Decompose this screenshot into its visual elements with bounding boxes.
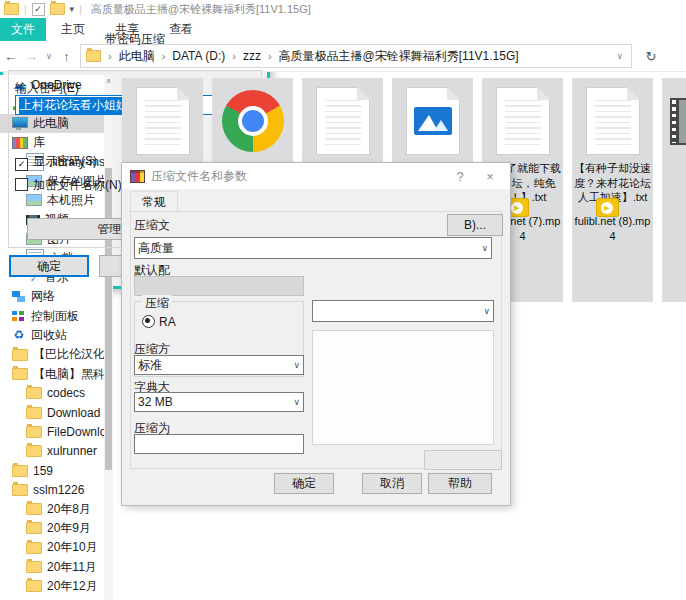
browse-button[interactable]: B)... (447, 214, 503, 236)
sidebar-item[interactable]: ♻ 回收站 (0, 326, 104, 345)
chrome-html-icon (222, 90, 284, 152)
folder-icon (12, 484, 28, 496)
sidebar-item[interactable]: 20年12月 (0, 577, 104, 596)
qat-checkbox-icon[interactable]: ✓ (32, 3, 45, 16)
sidebar-item[interactable]: 【电脑】黑科 (0, 364, 104, 383)
update-mode-combobox[interactable]: ∨ (312, 300, 494, 322)
text-file-icon (136, 87, 190, 155)
folder-icon[interactable] (50, 3, 65, 15)
sidebar-item[interactable]: 20年8月 (0, 500, 104, 519)
ctrl-icon (12, 311, 26, 322)
folder-icon (12, 368, 28, 380)
combo-arrow-icon[interactable]: ∨ (290, 397, 300, 407)
folder-icon (4, 3, 19, 15)
breadcrumb-item[interactable]: › 高质量极品主播@宋铨裸舞福利秀[11V1.15G] (261, 48, 519, 65)
sidebar-item[interactable]: 159 (0, 461, 104, 480)
sidebar-item[interactable]: 网络 (0, 287, 104, 306)
format-legend: 压缩 (142, 295, 172, 312)
folder-icon (12, 465, 28, 477)
sidebar-item[interactable]: FileDownlo (0, 422, 104, 441)
rar-radio[interactable]: RA (142, 315, 176, 329)
window-title: 高质量极品主播@宋铨裸舞福利秀[11V1.15G] (91, 2, 311, 17)
ok-button[interactable]: 确定 (274, 473, 334, 494)
recycle-icon: ♻ (12, 329, 26, 342)
file-grid-row2: ▶ fulibl.net (7).mp4 ▶ fulibl.net (8).mp… (482, 205, 686, 302)
titlebar: | ✓ ▾ | 高质量极品主播@宋铨裸舞福利秀[11V1.15G] (0, 0, 686, 18)
sidebar-item[interactable]: Download (0, 403, 104, 422)
dictionary-combobox[interactable]: 32 MB ∨ (134, 392, 304, 412)
sidebar-item[interactable]: sslm1226 (0, 480, 104, 499)
folder-icon (26, 426, 42, 438)
file-name: fulibl.net (8).mp4 (574, 214, 651, 243)
folder-icon (26, 522, 42, 534)
file-tile-partial[interactable] (662, 205, 686, 302)
net-icon (12, 291, 26, 302)
winrar-icon (130, 170, 145, 183)
password-header: 带密码压缩 (3, 31, 267, 48)
folder-icon (26, 445, 42, 457)
password-value: 上村花论坛看小姐姐 (19, 97, 129, 114)
folder-icon (26, 542, 42, 554)
text-file-icon (316, 87, 370, 155)
divider: | (79, 4, 82, 15)
options-groupbox (312, 330, 494, 445)
folder-icon (26, 503, 42, 515)
radio-icon[interactable] (142, 315, 155, 328)
checkbox-checked-icon[interactable]: ✓ (15, 158, 28, 171)
combo-arrow-icon[interactable]: ∨ (290, 360, 300, 370)
sidebar-item[interactable]: 20年9月 (0, 519, 104, 538)
sidebar-item[interactable]: 控制面板 (0, 307, 104, 326)
video-file-icon (670, 98, 686, 145)
archive-name-label: 压缩文 (134, 217, 170, 234)
checkbox-unchecked-icon[interactable] (15, 178, 28, 191)
method-combobox[interactable]: 标准 ∨ (134, 355, 304, 375)
help-button[interactable]: 帮助 (428, 473, 492, 494)
explorer-window: | ✓ ▾ | 高质量极品主播@宋铨裸舞福利秀[11V1.15G] 文件 主页 … (0, 0, 686, 600)
folder-icon (26, 387, 42, 399)
show-password-checkbox[interactable]: ✓显示密码(S) (15, 153, 97, 171)
profile-button-disabled (134, 276, 304, 296)
sidebar-item[interactable]: codecs (0, 384, 104, 403)
text-file-icon (496, 87, 550, 155)
chevron-down-icon[interactable]: ▾ (70, 4, 75, 14)
sidebar-item[interactable]: 20年11月 (0, 557, 104, 576)
help-icon[interactable]: ? (448, 169, 472, 184)
folder-icon (26, 561, 42, 573)
file-tile[interactable]: 【有种子却没速度？来村花论坛人工加速】.txt (572, 78, 653, 209)
cancel-button[interactable]: 取消 (362, 473, 422, 494)
combo-arrow-icon[interactable]: ∨ (480, 306, 490, 316)
archive-dialog-titlebar[interactable]: 压缩文件名和参数 ? × (122, 163, 510, 189)
file-tile[interactable]: ▶ fulibl.net (8).mp4 (572, 205, 653, 302)
archive-dialog-body: 常规 压缩文 B)... 高质量 ∨ 默认配 ∨ 压缩 RA 压缩方 标准 ∨ (122, 189, 510, 505)
folder-icon (12, 349, 28, 361)
divider: | (24, 4, 27, 15)
volume-size-input[interactable] (134, 434, 304, 454)
text-file-icon (586, 87, 640, 155)
dialog-title: 压缩文件名和参数 (151, 168, 442, 185)
ok-button[interactable]: 确定 (9, 255, 89, 277)
tab-general[interactable]: 常规 (130, 191, 178, 213)
image-file-icon (406, 87, 460, 155)
encrypt-names-checkbox[interactable]: 加密文件名称(N) (15, 177, 122, 194)
archive-dialog: 压缩文件名和参数 ? × 常规 压缩文 B)... 高质量 ∨ 默认配 ∨ 压缩… (122, 163, 510, 505)
archive-name-combobox[interactable]: 高质量 ∨ (134, 237, 492, 259)
file-tile-partial[interactable] (662, 78, 686, 209)
play-badge-icon: ▶ (596, 198, 619, 217)
chevron-right-icon: › (268, 50, 272, 62)
close-icon[interactable]: × (478, 169, 502, 184)
folder-icon (26, 407, 42, 419)
sidebar-item[interactable]: 【巴比伦汉化 (0, 345, 104, 364)
sidebar-item[interactable]: 20年10月 (0, 538, 104, 557)
refresh-icon[interactable]: ↻ (640, 49, 662, 64)
sidebar-item[interactable]: xulrunner (0, 442, 104, 461)
address-dropdown-icon[interactable]: ∨ (613, 51, 626, 61)
folder-icon (26, 580, 42, 592)
disabled-button (424, 450, 502, 470)
combo-arrow-icon[interactable]: ∨ (478, 243, 488, 253)
